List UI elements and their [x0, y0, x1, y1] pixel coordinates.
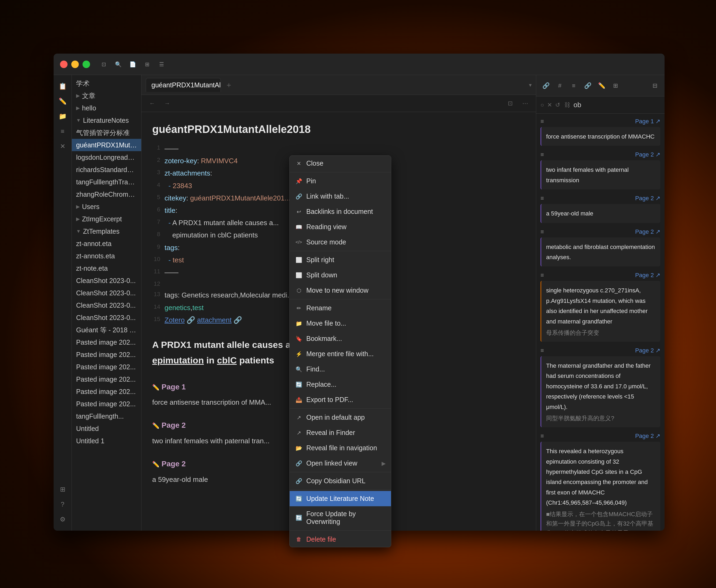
cm-pin[interactable]: 📌 Pin [290, 173, 391, 189]
cm-rename[interactable]: ✏ Rename [290, 300, 391, 316]
cm-move-file[interactable]: 📁 Move file to... [290, 316, 391, 331]
split-right-icon: ⬜ [295, 256, 302, 264]
cm-move-new-window-label: Move to new window [306, 287, 368, 294]
cm-source-mode[interactable]: </> Source mode [290, 234, 391, 250]
open-linked-icon: 🔗 [295, 460, 302, 467]
cm-bookmark[interactable]: 🔖 Bookmark... [290, 331, 391, 346]
split-down-icon: ⬜ [295, 272, 302, 279]
cm-move-file-label: Move file to... [306, 319, 346, 327]
cm-find[interactable]: 🔍 Find... [290, 361, 391, 377]
cm-split-right-label: Split right [306, 256, 334, 264]
bookmark-icon: 🔖 [295, 335, 302, 342]
cm-update-lit-label: Update Literature Note [306, 495, 374, 503]
merge-icon: ⚡ [295, 350, 302, 358]
context-menu-overlay[interactable]: ✕ Close 📌 Pin 🔗 Link with tab... ↩ Backl… [0, 0, 716, 588]
backlinks-icon: ↩ [295, 208, 302, 215]
reveal-nav-icon: 📂 [295, 444, 302, 452]
find-icon: 🔍 [295, 365, 302, 373]
cm-divider-1 [290, 172, 391, 172]
cm-reveal-finder[interactable]: ↗ Reveal in Finder [290, 425, 391, 440]
source-mode-icon: </> [295, 238, 302, 246]
cm-delete-file[interactable]: 🗑 Delete file [290, 532, 391, 547]
cm-replace-label: Replace... [306, 381, 337, 388]
cm-close-label: Close [306, 160, 323, 167]
cm-bookmark-label: Bookmark... [306, 335, 342, 342]
update-lit-icon: 🔄 [295, 495, 302, 503]
cm-force-update[interactable]: 🔄 Force Update by Overwriting [290, 506, 391, 529]
cm-open-default[interactable]: ↗ Open in default app [290, 410, 391, 425]
link-tab-icon: 🔗 [295, 193, 302, 200]
cm-arrow-icon: ▶ [382, 460, 385, 467]
delete-icon: 🗑 [295, 536, 302, 543]
cm-merge-label: Merge entire file with... [306, 350, 374, 358]
cm-open-default-label: Open in default app [306, 414, 365, 421]
rename-icon: ✏ [295, 304, 302, 312]
reading-view-icon: 📖 [295, 223, 302, 231]
cm-reading-view-label: Reading view [306, 223, 346, 231]
replace-icon: 🔄 [295, 381, 302, 388]
cm-copy-url-label: Copy Obsidian URL [306, 477, 365, 485]
cm-open-linked[interactable]: 🔗 Open linked view ▶ [290, 456, 391, 471]
close-menu-icon: ✕ [295, 160, 302, 167]
cm-delete-label: Delete file [306, 536, 336, 543]
cm-split-down[interactable]: ⬜ Split down [290, 268, 391, 283]
cm-divider-4 [290, 408, 391, 409]
cm-reveal-finder-label: Reveal in Finder [306, 429, 355, 437]
export-pdf-icon: 📤 [295, 396, 302, 404]
cm-close[interactable]: ✕ Close [290, 156, 391, 171]
force-update-icon: 🔄 [295, 514, 302, 522]
cm-copy-url[interactable]: 🔗 Copy Obsidian URL [290, 473, 391, 488]
cm-replace[interactable]: 🔄 Replace... [290, 377, 391, 392]
pin-icon: 📌 [295, 177, 302, 185]
cm-pin-label: Pin [306, 177, 316, 185]
cm-update-lit[interactable]: 🔄 Update Literature Note [290, 491, 391, 506]
cm-source-mode-label: Source mode [306, 238, 346, 246]
cm-split-right[interactable]: ⬜ Split right [290, 252, 391, 268]
cm-link-tab[interactable]: 🔗 Link with tab... [290, 189, 391, 204]
cm-split-down-label: Split down [306, 271, 337, 279]
cm-force-update-label: Force Update by Overwriting [306, 510, 385, 526]
cm-divider-3 [290, 299, 391, 299]
cm-divider-7 [290, 530, 391, 531]
copy-url-icon: 🔗 [295, 477, 302, 485]
cm-merge[interactable]: ⚡ Merge entire file with... [290, 346, 391, 361]
cm-reveal-nav[interactable]: 📂 Reveal file in navigation [290, 440, 391, 456]
cm-link-tab-label: Link with tab... [306, 192, 349, 200]
cm-backlinks-label: Backlinks in document [306, 208, 373, 215]
cm-rename-label: Rename [306, 304, 332, 312]
new-window-icon: ⬡ [295, 287, 302, 294]
open-default-icon: ↗ [295, 414, 302, 421]
cm-reading-view[interactable]: 📖 Reading view [290, 219, 391, 234]
cm-reveal-nav-label: Reveal file in navigation [306, 444, 377, 452]
cm-export-pdf-label: Export to PDF... [306, 396, 353, 404]
cm-backlinks[interactable]: ↩ Backlinks in document [290, 204, 391, 219]
cm-export-pdf[interactable]: 📤 Export to PDF... [290, 392, 391, 407]
cm-move-new-window[interactable]: ⬡ Move to new window [290, 283, 391, 298]
context-menu: ✕ Close 📌 Pin 🔗 Link with tab... ↩ Backl… [289, 155, 391, 547]
reveal-finder-icon: ↗ [295, 429, 302, 437]
cm-open-linked-label: Open linked view [306, 459, 357, 467]
cm-divider-5 [290, 472, 391, 472]
move-file-icon: 📁 [295, 320, 302, 327]
cm-find-label: Find... [306, 365, 325, 373]
